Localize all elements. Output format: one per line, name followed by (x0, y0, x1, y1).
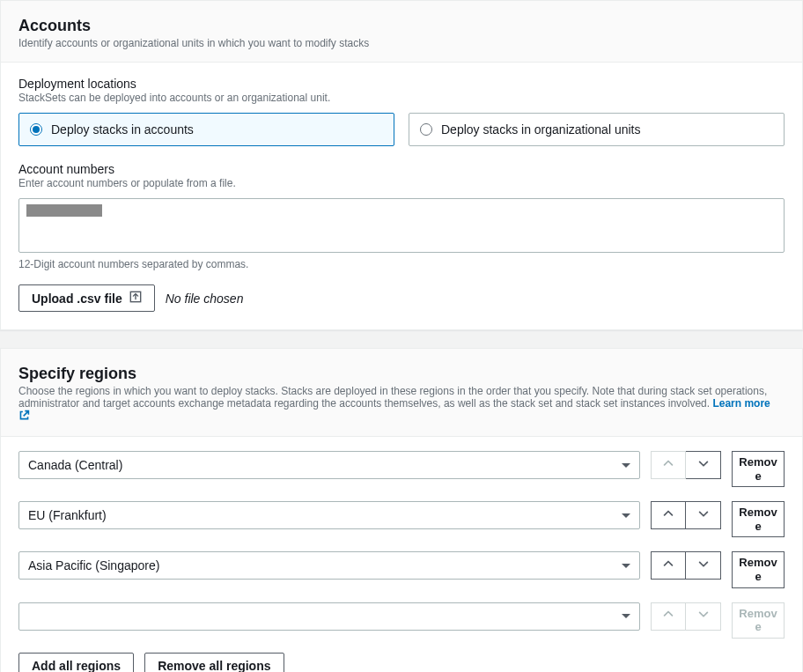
regions-panel: Specify regions Choose the regions in wh… (0, 348, 803, 672)
radio-icon (30, 123, 42, 136)
reorder-group (651, 501, 721, 537)
account-numbers-label: Account numbers (18, 162, 785, 176)
account-numbers-help: 12-Digit account numbers separated by co… (18, 258, 785, 270)
region-select[interactable]: Asia Pacific (Singapore) (18, 551, 640, 580)
remove-region-button[interactable]: Remove (732, 451, 785, 487)
remove-region-button: Remove (732, 602, 785, 639)
remove-region-button[interactable]: Remove (732, 501, 785, 537)
deployment-locations-hint: StackSets can be deployed into accounts … (18, 92, 785, 104)
chevron-down-icon (697, 508, 710, 523)
upload-icon (129, 291, 142, 306)
chevron-down-icon (622, 614, 630, 618)
move-up-button[interactable] (651, 501, 686, 529)
regions-header: Specify regions Choose the regions in wh… (1, 349, 802, 437)
move-down-button (686, 602, 721, 631)
region-select-value: EU (Frankfurt) (28, 508, 107, 522)
learn-more-label: Learn more (712, 397, 770, 410)
tile-deploy-accounts[interactable]: Deploy stacks in accounts (18, 113, 394, 146)
chevron-down-icon (697, 458, 710, 473)
reorder-group (651, 602, 721, 639)
tile-label: Deploy stacks in accounts (51, 122, 194, 137)
upload-label: Upload .csv file (32, 292, 122, 306)
region-row: EU (Frankfurt) Remove (18, 501, 785, 537)
chevron-up-icon (662, 609, 674, 624)
upload-row: Upload .csv file No file chosen (18, 284, 785, 312)
region-row: Asia Pacific (Singapore) Remove (18, 551, 785, 587)
region-bulk-buttons: Add all regions Remove all regions (18, 653, 785, 672)
tile-label: Deploy stacks in organizational units (441, 122, 640, 137)
remove-region-button[interactable]: Remove (732, 551, 785, 587)
account-numbers-hint: Enter account numbers or populate from a… (18, 177, 785, 189)
accounts-body: Deployment locations StackSets can be de… (1, 63, 802, 329)
reorder-group (651, 551, 721, 587)
chevron-down-icon (622, 463, 630, 468)
move-down-button[interactable] (686, 451, 721, 479)
reorder-group (651, 451, 721, 487)
region-select[interactable] (18, 602, 640, 631)
region-select[interactable]: Canada (Central) (18, 451, 640, 479)
radio-icon (420, 123, 432, 136)
move-up-button (651, 451, 686, 479)
tile-deploy-org-units[interactable]: Deploy stacks in organizational units (409, 113, 785, 146)
chevron-down-icon (622, 513, 630, 518)
external-link-icon (18, 410, 30, 424)
chevron-up-icon (662, 558, 674, 573)
remove-all-regions-button[interactable]: Remove all regions (144, 653, 284, 672)
chevron-up-icon (662, 458, 674, 473)
chevron-down-icon (622, 564, 630, 568)
region-select-value: Canada (Central) (28, 458, 122, 472)
region-rows: Canada (Central) Remove EU (Frankfurt) R… (18, 451, 785, 639)
move-down-button[interactable] (686, 501, 721, 529)
no-file-chosen: No file chosen (166, 292, 244, 306)
chevron-down-icon (697, 609, 710, 624)
regions-subtitle: Choose the regions in which you want to … (18, 385, 785, 424)
region-select[interactable]: EU (Frankfurt) (18, 501, 640, 529)
region-row: Remove (18, 602, 785, 639)
add-all-regions-button[interactable]: Add all regions (18, 653, 134, 672)
accounts-subtitle: Identify accounts or organizational unit… (18, 37, 785, 49)
deployment-locations-label: Deployment locations (18, 77, 785, 91)
chevron-up-icon (662, 508, 674, 523)
redacted-value (26, 204, 102, 217)
accounts-panel: Accounts Identify accounts or organizati… (0, 0, 803, 330)
regions-subtitle-text: Choose the regions in which you want to … (18, 385, 767, 410)
account-numbers-input[interactable] (18, 198, 785, 253)
deployment-tiles: Deploy stacks in accounts Deploy stacks … (18, 113, 785, 146)
move-up-button (651, 602, 686, 631)
region-select-value: Asia Pacific (Singapore) (28, 558, 159, 572)
upload-csv-button[interactable]: Upload .csv file (18, 284, 155, 312)
regions-title: Specify regions (18, 365, 785, 383)
move-up-button[interactable] (651, 551, 686, 580)
region-row: Canada (Central) Remove (18, 451, 785, 487)
move-down-button[interactable] (686, 551, 721, 580)
regions-body: Canada (Central) Remove EU (Frankfurt) R… (1, 437, 802, 672)
accounts-header: Accounts Identify accounts or organizati… (1, 1, 802, 63)
accounts-title: Accounts (18, 17, 785, 35)
chevron-down-icon (697, 558, 710, 573)
